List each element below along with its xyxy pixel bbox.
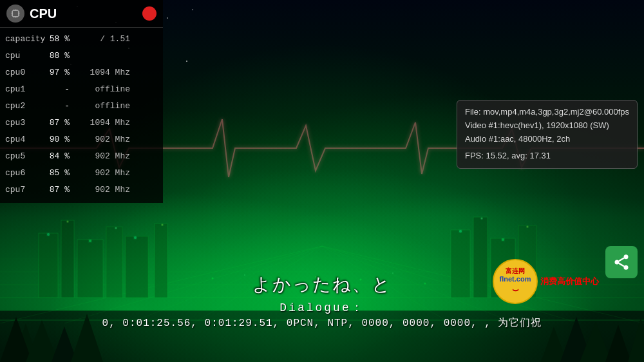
stat-row: cpu787 %902 Mhz — [5, 181, 158, 198]
stat-row: cpu490 %902 Mhz — [5, 131, 158, 148]
stat-label: cpu7 — [5, 185, 39, 195]
svg-point-33 — [186, 61, 187, 62]
stat-label: cpu6 — [5, 168, 39, 178]
stat-extra: / 1.51 — [72, 34, 130, 44]
svg-point-67 — [115, 227, 117, 229]
stat-label: cpu3 — [5, 118, 39, 128]
stat-value: 90 % — [39, 135, 72, 144]
stats-panel: capacity58 %/ 1.51cpu88 %cpu097 %1094 Mh… — [0, 28, 163, 203]
stat-value: 84 % — [39, 151, 72, 161]
stat-label: cpu0 — [5, 68, 39, 77]
stat-row: cpu88 % — [5, 47, 158, 64]
svg-point-70 — [459, 230, 462, 233]
svg-line-107 — [619, 263, 624, 267]
stat-label: cpu — [5, 51, 39, 61]
svg-point-64 — [47, 233, 50, 236]
file-info-fps: FPS: 15.52, avg: 17.31 — [465, 149, 629, 163]
header-title: CPU — [30, 6, 142, 21]
stat-label: capacity — [5, 34, 39, 44]
svg-point-68 — [134, 236, 137, 239]
stat-row: cpu387 %1094 Mhz — [5, 114, 158, 131]
stat-row: cpu685 %902 Mhz — [5, 164, 158, 181]
svg-point-2 — [193, 9, 193, 10]
stat-label: cpu1 — [5, 84, 39, 94]
file-info-line1: File: mov,mp4,m4a,3gp,3g2,mj2@60.000fps — [465, 106, 629, 119]
stat-row: cpu584 %902 Mhz — [5, 148, 158, 164]
stat-value: 97 % — [39, 68, 72, 77]
stat-value: 58 % — [39, 34, 72, 44]
watermark-url: flnet.com — [500, 275, 531, 283]
watermark-slogan-line1: 消费高价值中心 — [540, 276, 599, 287]
stat-extra: 902 Mhz — [72, 168, 130, 178]
stat-value: 87 % — [39, 185, 72, 195]
file-info-box: File: mov,mp4,m4a,3gp,3g2,mj2@60.000fps … — [457, 100, 638, 169]
stat-row: cpu097 %1094 Mhz — [5, 64, 158, 81]
svg-point-105 — [615, 260, 620, 265]
stat-row: cpu1-offline — [5, 81, 158, 97]
svg-point-69 — [162, 224, 164, 226]
svg-point-106 — [624, 265, 629, 270]
stat-extra: 1094 Mhz — [72, 68, 130, 77]
svg-point-65 — [67, 221, 69, 223]
cpu-icon — [6, 5, 24, 23]
stat-value: - — [39, 101, 72, 111]
stat-label: cpu5 — [5, 151, 39, 161]
svg-rect-91 — [13, 11, 19, 17]
svg-point-104 — [624, 254, 629, 259]
watermark-title: 富连网 — [506, 267, 525, 275]
stat-row: cpu2-offline — [5, 97, 158, 114]
share-icon — [612, 253, 630, 271]
stat-extra: 902 Mhz — [72, 185, 130, 195]
record-button[interactable] — [142, 6, 156, 21]
stat-extra: offline — [72, 101, 130, 111]
stat-row: capacity58 %/ 1.51 — [5, 30, 158, 47]
cpu-header: CPU — [0, 0, 163, 28]
stat-extra: offline — [72, 84, 130, 94]
stat-value: 85 % — [39, 168, 72, 178]
file-info-line2: Video #1:hevc(hev1), 1920x1080 (SW) — [465, 119, 629, 133]
watermark: 富连网 flnet.com ⌣ 消费高价值中心 — [493, 259, 599, 304]
stat-value: 88 % — [39, 51, 72, 61]
svg-point-71 — [481, 218, 483, 220]
stat-label: cpu2 — [5, 101, 39, 111]
watermark-logo: 富连网 flnet.com ⌣ — [493, 259, 538, 304]
svg-line-108 — [619, 258, 624, 262]
svg-point-72 — [502, 238, 504, 241]
svg-point-66 — [89, 240, 91, 242]
stat-value: - — [39, 84, 72, 94]
svg-point-73 — [527, 226, 529, 228]
stat-extra: 902 Mhz — [72, 151, 130, 161]
subtitle-timecode: 0, 0:01:25.56, 0:01:29.51, 0PCN, NTP, 00… — [0, 316, 644, 330]
stat-extra: 902 Mhz — [72, 135, 130, 144]
stat-extra: 1094 Mhz — [72, 118, 130, 128]
watermark-slogan: 消费高价值中心 — [540, 276, 599, 287]
svg-marker-89 — [605, 325, 631, 362]
stat-value: 87 % — [39, 118, 72, 128]
svg-point-11 — [167, 17, 168, 19]
stat-label: cpu4 — [5, 135, 39, 144]
file-info-line3: Audio #1:aac, 48000Hz, 2ch — [465, 133, 629, 146]
